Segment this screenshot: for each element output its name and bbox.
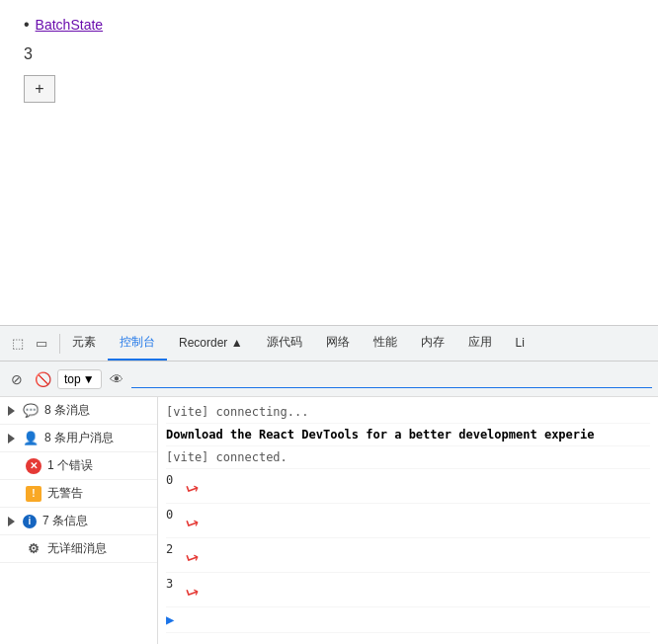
red-arrow-1: ↵ — [181, 470, 203, 502]
console-toolbar: ⊘ 🚫 top ▼ 👁 — [0, 362, 658, 397]
vite-connecting-text: [vite] connecting... — [166, 403, 309, 421]
red-arrow-4: ↵ — [181, 574, 203, 605]
log-line-expand[interactable]: ▶ — [166, 607, 650, 633]
tab-sources[interactable]: 源代码 — [255, 326, 314, 361]
batch-state-item: • BatchState — [24, 16, 634, 34]
message-icon: 💬 — [23, 403, 39, 419]
info-icon: i — [23, 515, 37, 528]
top-content-area: • BatchState 3 + — [0, 0, 658, 326]
log-line-vite-connecting: [vite] connecting... — [166, 401, 650, 424]
context-arrow: ▼ — [83, 372, 95, 386]
sidebar-item-user-messages[interactable]: 👤 8 条用户消息 — [0, 425, 157, 452]
context-label: top — [64, 372, 81, 386]
expand-icon-info — [8, 517, 15, 526]
warnings-label: 无警告 — [47, 485, 83, 502]
log-line-vite-connected: [vite] connected. — [166, 446, 650, 469]
expand-arrow[interactable]: ▶ — [166, 609, 174, 630]
tab-elements[interactable]: 元素 — [60, 326, 108, 361]
warn-icon: ! — [26, 486, 41, 502]
device-icon[interactable]: ▭ — [32, 334, 51, 354]
log-line-0a: 0 ↵ — [166, 469, 650, 504]
filter-icon[interactable]: 🚫 — [32, 368, 53, 390]
plus-button[interactable]: + — [24, 75, 55, 103]
sidebar-item-verbose[interactable]: ⚙ 无详细消息 — [0, 535, 157, 563]
log-sidebar: 💬 8 条消息 👤 8 条用户消息 ✕ 1 个错误 ! 无警告 i 7 条信息 … — [0, 397, 158, 644]
verbose-label: 无详细消息 — [47, 540, 107, 557]
log-panel: 💬 8 条消息 👤 8 条用户消息 ✕ 1 个错误 ! 无警告 i 7 条信息 … — [0, 397, 658, 644]
expand-icon-user — [8, 434, 15, 443]
console-filter-input[interactable] — [131, 369, 652, 388]
bullet-point: • — [24, 16, 30, 34]
counter-display: 3 — [24, 45, 634, 63]
red-arrow-2: ↵ — [181, 505, 203, 536]
eye-icon[interactable]: 👁 — [106, 368, 127, 390]
log-num-3: 3 — [166, 575, 178, 593]
info-label: 7 条信息 — [42, 513, 88, 529]
block-icon[interactable]: ⊘ — [6, 368, 28, 390]
console-output: [vite] connecting... Download the React … — [158, 397, 658, 644]
log-line-react-devtools: Download the React DevTools for a better… — [166, 424, 650, 446]
devtools-tab-bar: ⬚ ▭ 元素 控制台 Recorder ▲ 源代码 网络 性能 内存 应用 Li — [0, 326, 658, 362]
sidebar-item-messages[interactable]: 💬 8 条消息 — [0, 397, 157, 425]
red-arrow-3: ↵ — [181, 539, 203, 571]
log-num-0b: 0 — [166, 506, 178, 523]
error-icon: ✕ — [26, 458, 41, 474]
expand-icon — [8, 406, 15, 416]
batch-state-link[interactable]: BatchState — [36, 17, 104, 33]
react-devtools-text: Download the React DevTools for a better… — [166, 426, 594, 443]
sidebar-item-errors[interactable]: ✕ 1 个错误 — [0, 452, 157, 480]
tab-recorder[interactable]: Recorder ▲ — [167, 326, 255, 361]
tab-application[interactable]: 应用 — [456, 326, 504, 361]
tab-console[interactable]: 控制台 — [108, 326, 167, 361]
tab-network[interactable]: 网络 — [314, 326, 362, 361]
devtools-icon-group: ⬚ ▭ — [0, 334, 60, 354]
errors-label: 1 个错误 — [47, 457, 93, 474]
log-line-0b: 0 ↵ — [166, 504, 650, 538]
cursor-icon[interactable]: ⬚ — [8, 334, 28, 354]
gear-icon: ⚙ — [26, 541, 41, 557]
log-num-0a: 0 — [166, 471, 178, 489]
tab-performance[interactable]: 性能 — [362, 326, 409, 361]
log-line-2: 2 ↵ — [166, 538, 650, 573]
context-selector[interactable]: top ▼ — [57, 369, 102, 389]
user-icon: 👤 — [23, 431, 39, 446]
tab-li[interactable]: Li — [504, 326, 536, 361]
messages-label: 8 条消息 — [44, 402, 90, 419]
user-messages-label: 8 条用户消息 — [44, 430, 114, 446]
log-num-2: 2 — [166, 540, 178, 558]
vite-connected-text: [vite] connected. — [166, 448, 288, 466]
sidebar-item-info[interactable]: i 7 条信息 — [0, 508, 157, 535]
tab-memory[interactable]: 内存 — [409, 326, 456, 361]
log-line-3: 3 ↵ — [166, 573, 650, 607]
sidebar-item-warnings[interactable]: ! 无警告 — [0, 480, 157, 508]
